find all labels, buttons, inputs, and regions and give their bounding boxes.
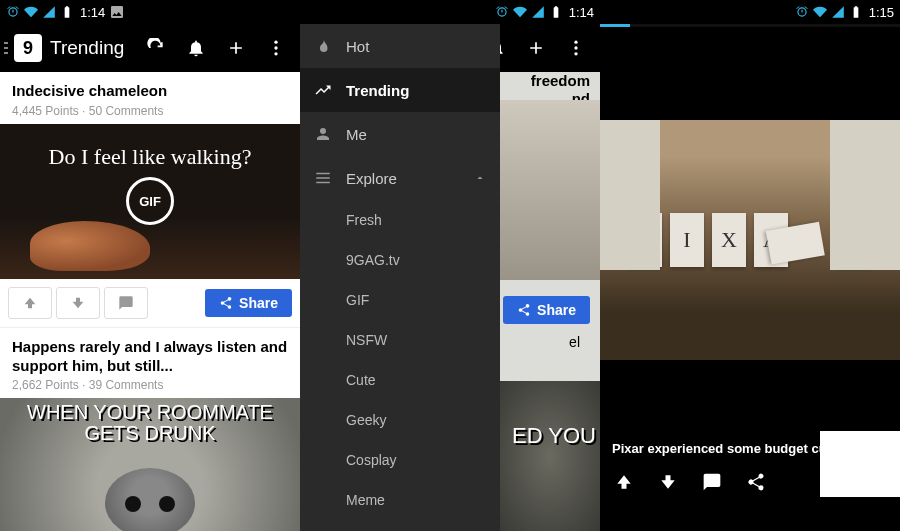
status-bar: 1:15 <box>600 0 900 24</box>
partial-image <box>500 100 600 280</box>
drawer-item-hot[interactable]: Hot <box>300 24 500 68</box>
drawer-toggle-icon[interactable] <box>4 42 8 54</box>
door-illustration <box>830 120 900 270</box>
comment-button[interactable] <box>104 287 148 319</box>
app-logo[interactable]: 9 <box>14 34 42 62</box>
signal-icon <box>42 5 56 19</box>
alarm-icon <box>795 5 809 19</box>
seal-illustration <box>105 468 195 531</box>
detail-image[interactable]: P I X A R <box>600 120 900 360</box>
partial-row-label: el <box>569 334 580 350</box>
alarm-icon <box>6 5 20 19</box>
downvote-button[interactable] <box>56 287 100 319</box>
clock-text: 1:15 <box>869 5 894 20</box>
progress-bar <box>600 24 900 27</box>
wifi-icon <box>24 5 38 19</box>
signal-icon <box>831 5 845 19</box>
post-item[interactable]: Happens rarely and I always listen and s… <box>0 328 300 531</box>
image-text: WHEN YOUR ROOMMATE GETS DRUNK <box>0 398 300 448</box>
drawer-sub-cute[interactable]: Cute <box>300 360 500 400</box>
letter-card: I <box>670 213 704 267</box>
letter-card: X <box>712 213 746 267</box>
image-caption: Do I feel like walking? <box>49 144 252 170</box>
trending-icon <box>314 81 332 99</box>
share-icon <box>517 303 531 317</box>
gif-badge: GIF <box>126 177 174 225</box>
alarm-icon <box>495 5 509 19</box>
refresh-button[interactable] <box>136 24 176 72</box>
partial-meme-text: ED YOU <box>512 423 596 449</box>
door-illustration <box>600 120 660 270</box>
drawer-item-me[interactable]: Me <box>300 112 500 156</box>
share-button[interactable]: Share <box>503 296 590 324</box>
navigation-drawer: Hot Trending Me Explore Fresh 9GAG.tv GI… <box>300 24 500 531</box>
signal-icon <box>531 5 545 19</box>
status-bar: 1:14 <box>300 0 600 24</box>
screen-detail: 1:15 P I X A R Pixar experienced some bu… <box>600 0 900 531</box>
screen-drawer: 1:14 9 Trending freedomnd Share el ED YO… <box>300 0 600 531</box>
drawer-sub-cosplay[interactable]: Cosplay <box>300 440 500 480</box>
drawer-item-trending[interactable]: Trending <box>300 68 500 112</box>
status-bar: 1:14 <box>0 0 300 24</box>
screen-feed: 1:14 9 Trending Indecisive chameleon 4,4… <box>0 0 300 531</box>
overflow-button[interactable] <box>556 24 596 72</box>
chameleon-illustration <box>30 221 150 271</box>
drawer-sub-meme[interactable]: Meme <box>300 480 500 520</box>
share-button[interactable] <box>746 472 766 492</box>
drawer-sub-fresh[interactable]: Fresh <box>300 200 500 240</box>
flame-icon <box>314 37 332 55</box>
upvote-button[interactable] <box>614 472 634 492</box>
post-feed[interactable]: Indecisive chameleon 4,445 Points · 50 C… <box>0 72 300 531</box>
clock-text: 1:14 <box>80 5 105 20</box>
post-title: Happens rarely and I always listen and s… <box>12 338 288 376</box>
svg-point-2 <box>274 52 277 55</box>
post-meta: 4,445 Points · 50 Comments <box>12 104 288 118</box>
svg-point-5 <box>574 52 577 55</box>
battery-icon <box>849 5 863 19</box>
post-title: Indecisive chameleon <box>12 82 288 101</box>
gallery-icon <box>109 4 125 20</box>
post-image[interactable]: WHEN YOUR ROOMMATE GETS DRUNK <box>0 398 300 531</box>
overlay-box <box>820 431 900 497</box>
post-meta: 2,662 Points · 39 Comments <box>12 378 288 392</box>
battery-icon <box>60 5 74 19</box>
list-icon <box>314 169 332 187</box>
downvote-button[interactable] <box>658 472 678 492</box>
page-title: Trending <box>50 37 136 59</box>
add-button[interactable] <box>516 24 556 72</box>
drawer-item-explore[interactable]: Explore <box>300 156 500 200</box>
post-item[interactable]: Indecisive chameleon 4,445 Points · 50 C… <box>0 72 300 327</box>
svg-point-4 <box>574 46 577 49</box>
person-icon <box>314 125 332 143</box>
drawer-sub-9gagtv[interactable]: 9GAG.tv <box>300 240 500 280</box>
add-button[interactable] <box>216 24 256 72</box>
svg-point-1 <box>274 46 277 49</box>
chevron-up-icon <box>474 172 486 184</box>
battery-icon <box>549 5 563 19</box>
svg-point-0 <box>274 41 277 44</box>
share-button[interactable]: Share <box>205 289 292 317</box>
upvote-button[interactable] <box>8 287 52 319</box>
drawer-sub-nsfw[interactable]: NSFW <box>300 320 500 360</box>
drawer-sub-gif[interactable]: GIF <box>300 280 500 320</box>
action-bar: 9 Trending <box>0 24 300 72</box>
svg-point-3 <box>574 41 577 44</box>
post-image[interactable]: Do I feel like walking? GIF <box>0 124 300 279</box>
notifications-button[interactable] <box>176 24 216 72</box>
drawer-sub-geeky[interactable]: Geeky <box>300 400 500 440</box>
share-icon <box>219 296 233 310</box>
comment-button[interactable] <box>702 472 722 492</box>
share-label: Share <box>239 295 278 311</box>
clock-text: 1:14 <box>569 5 594 20</box>
partial-meme-image <box>500 381 600 531</box>
overflow-button[interactable] <box>256 24 296 72</box>
wifi-icon <box>513 5 527 19</box>
wifi-icon <box>813 5 827 19</box>
